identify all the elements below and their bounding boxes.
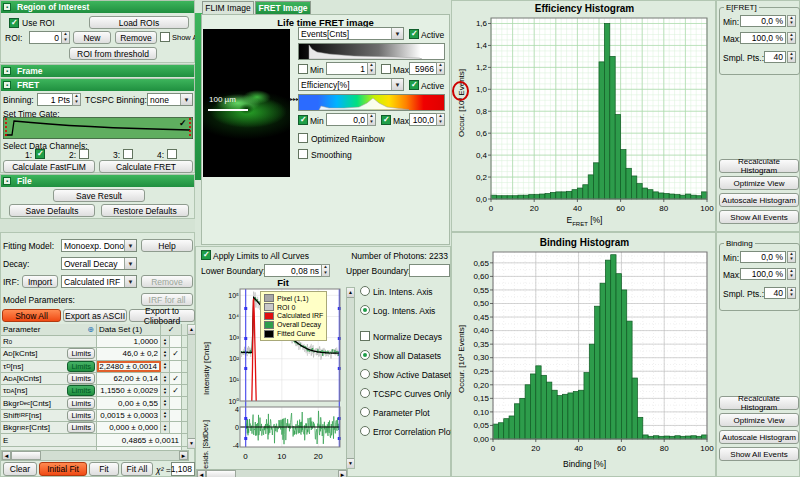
load-rois-button[interactable]: Load ROIs <box>89 16 189 29</box>
param-value-spinner[interactable]: ▲▼ <box>161 410 170 421</box>
smoothing-checkbox[interactable] <box>298 149 308 159</box>
clear-button[interactable]: Clear <box>3 462 37 476</box>
binning-spinner[interactable]: ▲▼ <box>72 93 81 106</box>
scroll-right-icon[interactable]: ► <box>338 470 347 477</box>
events-min-checkbox[interactable] <box>298 64 308 74</box>
limits-button[interactable]: Limits <box>67 385 95 396</box>
efficiency-min-input[interactable]: 0,0 <box>326 113 368 126</box>
autoscale-histogram-button[interactable]: Autoscale Histogram <box>719 430 799 444</box>
tab-fret-image[interactable]: FRET Image <box>255 1 311 14</box>
efret-min-input[interactable]: 0,0 % <box>740 15 786 27</box>
events-channel-dropdown[interactable]: Events[Cnts]▼ <box>298 27 404 40</box>
scroll-down-icon[interactable]: ▼ <box>347 458 354 468</box>
calculate-fastflim-button[interactable]: Calculate FastFLIM <box>3 160 95 173</box>
fret-cell-image[interactable]: 100 µm <box>203 29 290 177</box>
scroll-up-icon[interactable]: ▲ <box>188 325 195 335</box>
scroll-right-icon[interactable]: ► <box>179 451 188 460</box>
help-button[interactable]: Help <box>141 239 193 252</box>
param-value-spinner[interactable]: ▲▼ <box>161 422 170 433</box>
binding-smpl-input[interactable]: 40 <box>764 287 786 299</box>
roi-spinner[interactable]: ▲▼ <box>61 31 70 44</box>
param-value[interactable]: 0,000 ± 0,000 <box>97 422 161 433</box>
events-gradient-bar[interactable] <box>298 43 445 60</box>
fit-plot-vscrollbar[interactable]: ▲ ▼ <box>346 287 355 469</box>
param-value-spinner[interactable]: ▲▼ <box>161 348 170 359</box>
efficiency-max-spinner[interactable]: ▲▼ <box>436 113 445 126</box>
radio-show-active-dataset[interactable] <box>360 369 370 379</box>
param-value-spinner[interactable]: ▲▼ <box>161 397 170 408</box>
efficiency-active-checkbox[interactable] <box>409 80 419 90</box>
use-roi-checkbox[interactable] <box>9 18 19 28</box>
efficiency-max-checkbox[interactable] <box>381 115 391 125</box>
param-fit-checkbox[interactable] <box>170 397 182 408</box>
fit-plot-hscrollbar[interactable]: ◄ ► <box>196 469 348 477</box>
lower-boundary-spinner[interactable]: ▲▼ <box>321 264 330 277</box>
binding-max-input[interactable]: 100,0 % <box>740 268 786 280</box>
efret-max-spinner[interactable]: ▲▼ <box>787 32 796 44</box>
show-all-events-button[interactable]: Show All Events <box>719 210 799 224</box>
collapse-icon[interactable]: ▪ <box>3 81 11 89</box>
channel-4-checkbox[interactable] <box>167 149 177 159</box>
restore-defaults-button[interactable]: Restore Defaults <box>101 204 189 217</box>
remove-roi-button[interactable]: Remove <box>115 31 157 44</box>
radio-show-all-datasets[interactable] <box>360 350 370 360</box>
param-value-spinner[interactable]: ▲▼ <box>161 373 170 384</box>
efficiency-channel-dropdown[interactable]: Efficiency[%]▼ <box>298 78 404 91</box>
fit-all-button[interactable]: Fit All <box>121 462 153 476</box>
frame-section-header[interactable]: ▪Frame <box>1 65 194 77</box>
optimized-rainbow-checkbox[interactable] <box>298 133 308 143</box>
tcspc-binning-dropdown[interactable]: none▼ <box>147 93 193 106</box>
recalculate-histogram-button[interactable]: Recalculate Histogram <box>719 159 799 173</box>
param-fit-checkbox[interactable]: ✓ <box>170 373 182 384</box>
collapse-icon[interactable]: ▪ <box>3 3 11 11</box>
dataset-column-header[interactable]: Data Set (1) <box>99 325 142 334</box>
param-value[interactable]: 1,1550 ± 0,0029 <box>97 385 161 396</box>
calculate-fret-button[interactable]: Calculate FRET <box>99 160 193 173</box>
param-fit-checkbox[interactable]: ✓ <box>170 348 182 359</box>
events-active-checkbox[interactable] <box>409 29 419 39</box>
param-value-spinner[interactable]: ▲▼ <box>161 385 170 396</box>
autoscale-histogram-button[interactable]: Autoscale Histogram <box>719 193 799 207</box>
channel-1-checkbox[interactable] <box>35 149 45 159</box>
optimize-view-button[interactable]: Optimize View <box>719 413 799 427</box>
binding-min-spinner[interactable]: ▲▼ <box>787 251 796 263</box>
roi-number-input[interactable]: 0 <box>29 31 62 44</box>
time-gate-graph[interactable]: ✓ <box>3 117 193 139</box>
param-value-spinner[interactable]: ▲▼ <box>161 361 170 372</box>
show-all-events-button[interactable]: Show All Events <box>719 447 799 461</box>
fret-section-header[interactable]: ▪FRET <box>1 79 194 91</box>
efret-min-spinner[interactable]: ▲▼ <box>787 15 796 27</box>
param-value[interactable]: 0,0015 ± 0,0003 <box>97 410 161 421</box>
param-fit-checkbox[interactable] <box>170 410 182 421</box>
binding-max-spinner[interactable]: ▲▼ <box>787 268 796 280</box>
efficiency-min-checkbox[interactable] <box>298 115 308 125</box>
irf-import-button[interactable]: Import <box>22 275 58 288</box>
apply-limits-checkbox[interactable] <box>201 250 211 260</box>
scrollbar-thumb[interactable] <box>206 470 236 477</box>
scroll-down-icon[interactable]: ▼ <box>188 438 195 448</box>
fit-button[interactable]: Fit <box>89 462 119 476</box>
scrollbar-thumb[interactable] <box>11 451 41 460</box>
radio-tcspc-curves-only[interactable] <box>360 388 370 398</box>
collapse-icon[interactable]: ▪ <box>3 67 11 75</box>
efret-smpl-input[interactable]: 40 <box>764 51 786 63</box>
scroll-up-icon[interactable]: ▲ <box>347 288 354 298</box>
tab-flim-image[interactable]: FLIM Image <box>202 1 254 14</box>
param-fit-checkbox[interactable] <box>170 422 182 433</box>
param-value[interactable]: 0,4865 ± 0,0011 <box>97 434 182 445</box>
show-all-checkbox[interactable] <box>160 32 170 42</box>
efficiency-rainbow-bar[interactable] <box>298 94 445 111</box>
decay-dropdown[interactable]: Overall Decay▼ <box>61 257 137 270</box>
param-value[interactable]: 2,2480 ± 0,0014 <box>97 361 161 372</box>
param-value[interactable]: 1,0000 <box>97 336 161 347</box>
fitting-model-dropdown[interactable]: Monoexp. Donor▼ <box>61 239 137 252</box>
limits-button[interactable]: Limits <box>67 410 95 421</box>
checkbox-normalize-decays[interactable] <box>360 331 370 341</box>
binding-min-input[interactable]: 0,0 % <box>740 251 786 263</box>
events-max-checkbox[interactable] <box>381 64 391 74</box>
events-max-input[interactable]: 5966 <box>409 62 437 75</box>
globe-icon[interactable]: ⊕ <box>87 325 94 334</box>
param-column-header[interactable]: Parameter <box>3 325 40 334</box>
radio-log-intens-axis[interactable] <box>360 305 370 315</box>
param-fit-checkbox[interactable] <box>170 336 182 347</box>
